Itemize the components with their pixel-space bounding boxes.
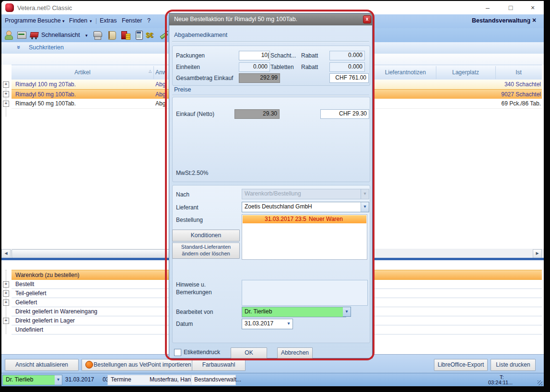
chevron-down-icon[interactable]: ▾ bbox=[85, 33, 88, 38]
book-icon[interactable] bbox=[107, 30, 117, 40]
calculator-icon[interactable] bbox=[134, 30, 144, 40]
menu-programme[interactable]: Programme bbox=[5, 17, 36, 24]
status-bar: Dr. Tierlieb ▾ 31.03.2017 03:24 Termine … bbox=[1, 373, 544, 386]
module-separator: | bbox=[527, 17, 528, 24]
scroll-right-icon[interactable]: ▶ bbox=[533, 249, 542, 258]
import-vetpoint-button[interactable]: Bestellungen aus VetPoint importieren bbox=[82, 359, 197, 371]
chevron-down-icon: ▾ bbox=[62, 19, 65, 23]
red-annotation-frame bbox=[165, 10, 374, 360]
menu-fenster[interactable]: Fenster bbox=[122, 17, 142, 24]
expand-icon[interactable]: + bbox=[3, 318, 9, 324]
close-button[interactable]: × bbox=[526, 3, 540, 12]
expand-icon[interactable]: + bbox=[3, 300, 9, 306]
menu-separator: | bbox=[95, 17, 97, 24]
invoice-icon[interactable] bbox=[121, 30, 130, 40]
expand-icon[interactable]: + bbox=[3, 81, 9, 88]
column-header-lagerplatz[interactable]: Lagerplatz bbox=[436, 69, 495, 76]
cell-artikel: Rimadyl 50 mg 100Tab. bbox=[15, 100, 150, 107]
expand-icon[interactable]: + bbox=[3, 290, 9, 297]
cell-ist: 340 Schachtel bbox=[495, 81, 541, 88]
printer-icon[interactable] bbox=[17, 30, 26, 40]
fax-icon[interactable] bbox=[93, 30, 103, 40]
refresh-view-button[interactable]: Ansicht aktualisieren bbox=[5, 359, 79, 371]
vetpoint-icon bbox=[85, 361, 93, 369]
currency-icon[interactable]: $€ bbox=[146, 31, 153, 39]
current-user-combo[interactable]: Dr. Tierlieb bbox=[2, 375, 56, 385]
chevron-double-icon[interactable]: » bbox=[15, 46, 23, 49]
menu-besuche[interactable]: Besuche bbox=[37, 17, 61, 24]
column-header-lieferantnotizen[interactable]: Lieferantnotizen bbox=[375, 69, 436, 76]
quick-view-cart-icon[interactable] bbox=[30, 30, 39, 40]
user-combo-arrow-icon[interactable]: ▾ bbox=[55, 375, 62, 385]
chevron-down-icon: ▾ bbox=[90, 19, 92, 23]
user-icon[interactable] bbox=[4, 30, 13, 40]
screenshot-stage: Vetera.net© Classic – □ × Programme Besu… bbox=[0, 0, 550, 392]
module-segment[interactable]: Bestandsverwalt... bbox=[191, 375, 236, 385]
expand-icon[interactable]: + bbox=[3, 91, 9, 97]
libreoffice-export-button[interactable]: LibreOffice-Export bbox=[434, 359, 488, 371]
search-criteria-label: Suchkriterien bbox=[29, 44, 64, 51]
cell-ist: 9027 Schachtel bbox=[495, 91, 541, 98]
module-title: Bestandsverwaltung bbox=[472, 17, 530, 24]
minimize-button[interactable]: – bbox=[480, 3, 495, 12]
module-close-icon[interactable]: × bbox=[532, 16, 536, 24]
status-date: 31.03.2017 bbox=[65, 375, 94, 384]
sort-asc-icon: △ bbox=[147, 69, 153, 73]
window-title: Vetera.net© Classic bbox=[17, 4, 72, 12]
status-clock: 03:24:11... bbox=[488, 380, 513, 385]
cell-artikel: Rimadyl 50 mg 100Tab. bbox=[15, 91, 150, 98]
column-header-artikel[interactable]: Artikel bbox=[12, 69, 153, 76]
maximize-button[interactable]: □ bbox=[503, 3, 518, 12]
scroll-left-icon[interactable]: ◀ bbox=[1, 249, 11, 258]
cell-ist: 69 Pck./86 Tab. bbox=[495, 100, 541, 107]
menu-finden[interactable]: Finden bbox=[69, 17, 87, 24]
termine-label: Termine bbox=[111, 376, 131, 383]
resize-grip[interactable] bbox=[538, 380, 542, 385]
menu-extras[interactable]: Extras bbox=[100, 17, 117, 24]
vetera-logo-icon bbox=[5, 3, 14, 12]
menu-help[interactable]: ? bbox=[147, 17, 151, 24]
expand-icon[interactable]: + bbox=[3, 101, 9, 107]
expand-icon[interactable]: + bbox=[3, 281, 9, 288]
column-header-ist[interactable]: Ist bbox=[495, 69, 542, 76]
print-list-button[interactable]: Liste drucken bbox=[491, 359, 536, 371]
color-choice-button[interactable]: Farbauswahl bbox=[192, 359, 246, 371]
cell-artikel: Rimadyl 100 mg 20Tab. bbox=[15, 81, 150, 88]
quick-view-label[interactable]: Schnellansicht bbox=[41, 32, 80, 38]
